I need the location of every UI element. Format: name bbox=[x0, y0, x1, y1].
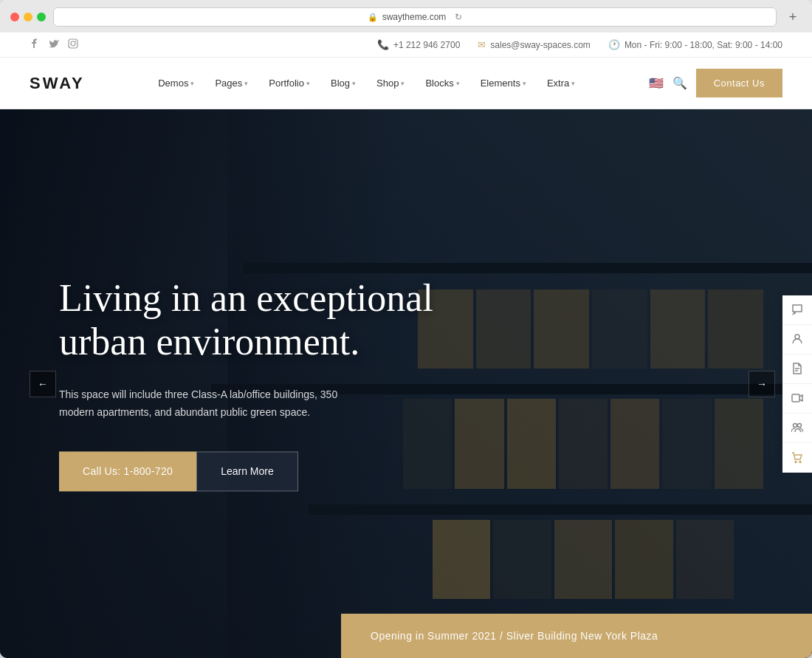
instagram-icon[interactable] bbox=[68, 38, 78, 51]
nav-item-extra[interactable]: Extra ▾ bbox=[538, 72, 584, 95]
new-tab-button[interactable]: + bbox=[784, 8, 802, 26]
svg-point-6 bbox=[798, 424, 802, 428]
nav-label-portfolio: Portfolio bbox=[269, 78, 304, 89]
svg-point-8 bbox=[799, 461, 801, 462]
clock-icon: 🕐 bbox=[608, 39, 620, 50]
arrow-right-icon: → bbox=[757, 378, 767, 390]
nav-item-demos[interactable]: Demos ▾ bbox=[149, 72, 203, 95]
chevron-down-icon: ▾ bbox=[306, 80, 310, 87]
svg-point-2 bbox=[75, 41, 77, 42]
hero-buttons: Call Us: 1-800-720 Learn More bbox=[59, 451, 472, 491]
nav-item-shop[interactable]: Shop ▾ bbox=[368, 72, 413, 95]
svg-point-1 bbox=[71, 41, 75, 46]
nav-label-shop: Shop bbox=[376, 78, 399, 89]
nav-links: Demos ▾ Pages ▾ Portfolio ▾ Blog ▾ Shop bbox=[149, 72, 584, 95]
prev-slide-button[interactable]: ← bbox=[30, 371, 56, 397]
brand-logo[interactable]: SWAY bbox=[30, 74, 85, 93]
nav-label-demos: Demos bbox=[158, 78, 188, 89]
navbar: SWAY Demos ▾ Pages ▾ Portfolio ▾ Blog ▾ bbox=[0, 58, 812, 109]
hours-item: 🕐 Mon - Fri: 9:00 - 18:00, Sat: 9:00 - 1… bbox=[608, 39, 782, 50]
nav-label-extra: Extra bbox=[547, 78, 569, 89]
hero-content: Living in an exceptional urban environme… bbox=[59, 276, 472, 491]
website: 📞 +1 212 946 2700 ✉ sales@sway-spaces.co… bbox=[0, 32, 812, 658]
nav-item-blocks[interactable]: Blocks ▾ bbox=[416, 72, 468, 95]
svg-point-3 bbox=[795, 335, 799, 339]
nav-item-portfolio[interactable]: Portfolio ▾ bbox=[260, 72, 319, 95]
phone-item: 📞 +1 212 946 2700 bbox=[377, 39, 460, 50]
hero-announcement-bar: Opening in Summer 2021 / Sliver Building… bbox=[341, 614, 812, 658]
nav-label-blocks: Blocks bbox=[425, 78, 453, 89]
refresh-icon[interactable]: ↻ bbox=[455, 12, 462, 22]
address-bar[interactable]: 🔒 swaytheme.com ↻ bbox=[53, 7, 777, 27]
chevron-down-icon: ▾ bbox=[352, 80, 356, 87]
nav-item-elements[interactable]: Elements ▾ bbox=[472, 72, 535, 95]
learn-more-button[interactable]: Learn More bbox=[196, 451, 298, 491]
business-hours: Mon - Fri: 9:00 - 18:00, Sat: 9:00 - 14:… bbox=[625, 40, 782, 50]
twitter-icon[interactable] bbox=[49, 38, 59, 51]
nav-actions: 🇺🇸 🔍 Contact Us bbox=[649, 69, 782, 97]
hero-subtitle: This space will include three Class-A la… bbox=[59, 387, 354, 422]
nav-label-pages: Pages bbox=[215, 78, 242, 89]
search-icon[interactable]: 🔍 bbox=[672, 76, 687, 90]
chevron-down-icon: ▾ bbox=[401, 80, 405, 87]
sidebar-chat-button[interactable] bbox=[782, 295, 812, 325]
social-icons bbox=[30, 38, 78, 51]
nav-label-blog: Blog bbox=[331, 78, 350, 89]
email-item: ✉ sales@sway-spaces.com bbox=[478, 39, 591, 50]
announcement-text: Opening in Summer 2021 / Sliver Building… bbox=[371, 630, 658, 642]
contact-button[interactable]: Contact Us bbox=[696, 69, 782, 97]
top-bar-right: 📞 +1 212 946 2700 ✉ sales@sway-spaces.co… bbox=[377, 39, 782, 50]
lock-icon: 🔒 bbox=[368, 13, 378, 22]
svg-rect-4 bbox=[792, 394, 799, 402]
nav-label-elements: Elements bbox=[481, 78, 520, 89]
chevron-down-icon: ▾ bbox=[244, 80, 248, 87]
arrow-left-icon: ← bbox=[38, 378, 48, 390]
traffic-lights bbox=[10, 13, 46, 21]
email-icon: ✉ bbox=[478, 39, 486, 50]
svg-point-5 bbox=[794, 424, 797, 428]
phone-icon: 📞 bbox=[377, 39, 389, 50]
email-address: sales@sway-spaces.com bbox=[490, 40, 591, 50]
language-flag[interactable]: 🇺🇸 bbox=[649, 76, 664, 90]
chevron-down-icon: ▾ bbox=[190, 80, 194, 87]
chevron-down-icon: ▾ bbox=[456, 80, 460, 87]
hero-section: Living in an exceptional urban environme… bbox=[0, 109, 812, 658]
sidebar-team-button[interactable] bbox=[782, 414, 812, 443]
maximize-button[interactable] bbox=[37, 13, 46, 21]
right-sidebar bbox=[782, 295, 812, 473]
nav-item-pages[interactable]: Pages ▾ bbox=[206, 72, 257, 95]
minimize-button[interactable] bbox=[24, 13, 32, 21]
close-button[interactable] bbox=[10, 13, 19, 21]
browser-window: 🔒 swaytheme.com ↻ + 📞 bbox=[0, 0, 812, 658]
phone-number: +1 212 946 2700 bbox=[393, 40, 460, 50]
url-text: swaytheme.com bbox=[382, 12, 447, 22]
hero-title: Living in an exceptional urban environme… bbox=[59, 276, 472, 365]
top-bar: 📞 +1 212 946 2700 ✉ sales@sway-spaces.co… bbox=[0, 32, 812, 58]
svg-point-7 bbox=[795, 461, 796, 462]
sidebar-account-button[interactable] bbox=[782, 325, 812, 354]
svg-rect-0 bbox=[69, 39, 78, 48]
browser-chrome: 🔒 swaytheme.com ↻ + bbox=[0, 0, 812, 32]
facebook-icon[interactable] bbox=[30, 38, 40, 51]
sidebar-document-button[interactable] bbox=[782, 354, 812, 384]
chevron-down-icon: ▾ bbox=[571, 80, 575, 87]
nav-item-blog[interactable]: Blog ▾ bbox=[322, 72, 365, 95]
chevron-down-icon: ▾ bbox=[523, 80, 526, 87]
call-button[interactable]: Call Us: 1-800-720 bbox=[59, 451, 196, 491]
sidebar-cart-button[interactable] bbox=[782, 443, 812, 473]
sidebar-video-button[interactable] bbox=[782, 384, 812, 414]
next-slide-button[interactable]: → bbox=[749, 371, 775, 397]
